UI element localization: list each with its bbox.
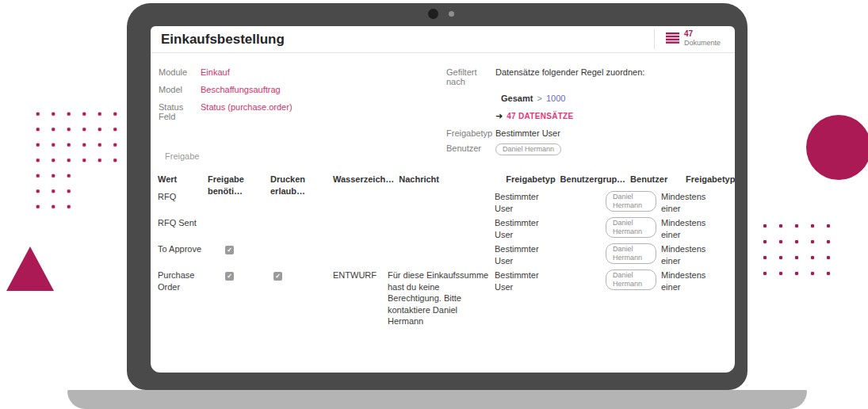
user-tag: Daniel Hermann: [606, 243, 656, 264]
section-label-freigabe: Freigabe: [165, 151, 199, 161]
cell-freigabetyp-2: Mindestens einer: [661, 243, 719, 266]
header-divider: [654, 29, 655, 49]
col-header-benutzer[interactable]: Benutzer: [630, 174, 686, 185]
cell-wert: RFQ Sent: [158, 217, 208, 229]
dot-grid-left-top: [30, 106, 123, 168]
records-result-link[interactable]: ➜ 47 DATENSÄTZE: [495, 111, 708, 121]
checkbox-checked-icon[interactable]: ✓: [273, 272, 282, 281]
page-title: Einkaufsbestellung: [161, 26, 285, 52]
dot-grid-right: [757, 218, 836, 281]
model-label: Model: [159, 85, 201, 102]
circle-shape: [806, 115, 868, 180]
cell-freigabetyp: Bestimmter User: [495, 269, 549, 292]
user-tag[interactable]: Daniel Hermann: [495, 143, 561, 155]
laptop-led-icon: [449, 11, 454, 17]
approval-type-value: Bestimmter User: [495, 128, 560, 138]
approval-type-label: Freigabetyp: [446, 128, 495, 138]
cell-freigabetyp-2: Mindestens einer: [661, 269, 719, 292]
col-header-freigabetyp[interactable]: Freigabetyp: [506, 174, 560, 185]
user-tag: Daniel Hermann: [606, 191, 656, 212]
table-header-row: Wert Freigabe benöti… Drucken erlaub… Wa…: [158, 170, 729, 188]
approval-table: Wert Freigabe benöti… Drucken erlaub… Wa…: [158, 170, 729, 327]
table-row[interactable]: RFQ ✓ ✓ Bestimmter User Daniel Hermann M…: [158, 188, 729, 214]
cell-freigabetyp: Bestimmter User: [495, 243, 549, 266]
cell-wert: RFQ: [158, 191, 208, 203]
cell-wasserzeichen: ENTWURF: [333, 269, 388, 281]
cell-freigabetyp: Bestimmter User: [495, 217, 549, 240]
app-header: Einkaufsbestellung 47 Dokumente: [151, 26, 735, 53]
col-header-nachricht[interactable]: Nachricht: [399, 174, 506, 185]
form-left: Module Einkauf Model Beschaffungsauftrag…: [159, 67, 293, 120]
laptop-base: [67, 390, 807, 409]
cell-freigabetyp-2: Mindestens einer: [661, 191, 719, 214]
user-tag: Daniel Hermann: [606, 217, 656, 238]
filtered-by-label: Gefiltert nach: [446, 67, 495, 86]
filter-rule: Gesamt > 1000: [501, 94, 708, 103]
module-label: Module: [159, 67, 201, 85]
laptop-camera-icon: [428, 9, 438, 19]
cell-freigabetyp: Bestimmter User: [495, 191, 549, 214]
table-row[interactable]: Purchase Order ✓ ✓ ENTWURF Für diese Ein…: [158, 266, 729, 327]
rule-value: 1000: [546, 94, 565, 103]
app-window: Einkaufsbestellung 47 Dokumente Module E: [151, 26, 735, 373]
table-row[interactable]: RFQ Sent ✓ ✓ Bestimmter User Daniel Herm…: [158, 214, 729, 240]
col-header-freigabetyp-2[interactable]: Freigabetyp: [686, 174, 735, 185]
arrow-right-icon: ➜: [495, 112, 503, 120]
rule-field: Gesamt: [501, 94, 533, 103]
form-right: Gefiltert nach Datensätze folgender Rege…: [446, 67, 708, 155]
page: Einkaufsbestellung 47 Dokumente Module E: [0, 0, 868, 409]
col-header-wasserzeichen[interactable]: Wasserzeich…: [333, 174, 399, 185]
filter-description: Datensätze folgender Regel zuordnen:: [495, 67, 644, 86]
dot-grid-left-bottom: [30, 168, 77, 215]
checkbox-checked-icon[interactable]: ✓: [225, 246, 234, 254]
rule-operator: >: [535, 94, 543, 103]
col-header-wert[interactable]: Wert: [158, 174, 208, 185]
model-link[interactable]: Beschaffungsauftrag: [201, 85, 281, 102]
status-field-label: Status Feld: [159, 102, 201, 120]
status-field-link[interactable]: Status (purchase.order): [201, 102, 293, 120]
user-tag: Daniel Hermann: [606, 269, 656, 290]
module-link[interactable]: Einkauf: [201, 67, 230, 85]
documents-stat-button[interactable]: 47 Dokumente: [666, 29, 721, 48]
documents-stack-icon: [666, 32, 679, 44]
cell-nachricht: Für diese Einkaufssumme hast du keine Be…: [388, 269, 495, 327]
records-count-link: 47 DATENSÄTZE: [507, 112, 573, 120]
table-row[interactable]: To Approve ✓ ✓ Bestimmter User Daniel He…: [158, 240, 729, 266]
documents-label: Dokumente: [684, 39, 721, 48]
checkbox-checked-icon[interactable]: ✓: [225, 272, 234, 281]
col-header-benutzergruppe[interactable]: Benutzergrup…: [560, 174, 631, 185]
cell-wert: To Approve: [158, 243, 208, 255]
cell-wert: Purchase Order: [158, 269, 208, 292]
documents-count: 47: [684, 29, 721, 39]
user-label: Benutzer: [446, 143, 495, 155]
triangle-shape: [6, 247, 54, 291]
cell-freigabetyp-2: Mindestens einer: [661, 217, 719, 240]
